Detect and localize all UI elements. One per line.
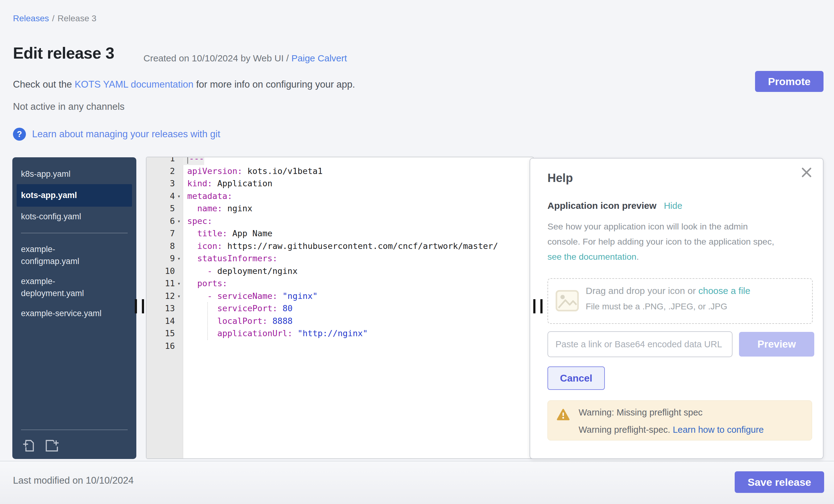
pane-resize-handle-left[interactable]	[135, 299, 144, 313]
learn-configure-link[interactable]: Learn how to configure	[673, 425, 764, 435]
file-name: kots-app.yaml	[21, 190, 111, 201]
code-token: name:	[197, 203, 222, 213]
last-modified-text: Last modified on 10/10/2024	[13, 475, 134, 486]
git-releases-link[interactable]: Learn about managing your releases with …	[32, 129, 220, 140]
editor-line-11: 11▾ ports:	[147, 277, 533, 290]
line-number-text: 7	[170, 227, 175, 240]
editor-line-1: 1---	[147, 157, 533, 165]
save-release-button[interactable]: Save release	[735, 471, 824, 493]
fold-toggle-icon[interactable]: ▾	[175, 190, 183, 203]
kots-doc-line: Check out the KOTS YAML documentation fo…	[13, 79, 355, 90]
icon-url-input[interactable]	[547, 331, 732, 357]
code-line-content	[183, 340, 187, 353]
doc-line-prefix: Check out the	[13, 79, 75, 90]
code-line-content: applicationUrl: "http://nginx"	[183, 327, 368, 340]
file-tree-item-kots-app.yaml[interactable]: kots-app.yaml	[17, 184, 132, 207]
line-number: 1	[147, 157, 183, 165]
file-tree-divider	[21, 233, 128, 233]
author-link[interactable]: Paige Calvert	[291, 53, 347, 63]
code-token: nginx	[222, 203, 253, 213]
file-tree-item-k8s-app.yaml[interactable]: k8s-app.yaml	[17, 164, 132, 184]
yaml-code-editor[interactable]: 1---2apiVersion: kots.io/v1beta13kind: A…	[146, 157, 534, 459]
file-name: example-deployment.yaml	[21, 276, 111, 300]
code-line-content: - serviceName: "nginx"	[183, 290, 318, 303]
code-line-content: icon: https://raw.githubusercontent.com/…	[183, 240, 498, 253]
code-line-content: localPort: 8888	[183, 315, 292, 328]
line-number-text: 5	[170, 202, 175, 215]
code-token: metadata:	[187, 191, 232, 201]
line-number-text: 4	[170, 190, 175, 203]
icon-dropzone[interactable]: Drag and drop your icon or choose a file…	[547, 278, 813, 324]
line-number: 10	[147, 265, 183, 278]
code-token: apiVersion:	[187, 166, 242, 176]
help-panel: Help Application icon preview Hide See h…	[530, 158, 824, 459]
editor-line-7: 7 title: App Name	[147, 227, 533, 240]
new-file-icon[interactable]	[22, 438, 36, 452]
breadcrumb-current: Release 3	[58, 14, 96, 23]
cancel-button[interactable]: Cancel	[547, 367, 605, 390]
kots-yaml-doc-link[interactable]: KOTS YAML documentation	[75, 79, 193, 90]
line-number-text: 9	[170, 252, 175, 265]
code-token: 8888	[267, 316, 292, 326]
code-token: kind:	[187, 179, 212, 188]
hide-link[interactable]: Hide	[664, 201, 682, 211]
code-token	[187, 291, 207, 301]
line-number: 8	[147, 240, 183, 253]
close-icon[interactable]	[801, 167, 812, 179]
preview-button[interactable]: Preview	[739, 332, 814, 356]
editor-line-14: 14 localPort: 8888	[147, 315, 533, 328]
tree-actions-divider	[21, 430, 128, 430]
description-line-2: console. For help adding your icon to th…	[547, 237, 774, 246]
editor-line-8: 8 icon: https://raw.githubusercontent.co…	[147, 240, 533, 253]
line-number: 2	[147, 165, 183, 178]
fold-toggle-icon[interactable]: ▾	[175, 277, 183, 290]
code-token: icon:	[197, 241, 222, 251]
code-token: 80	[278, 304, 293, 313]
pane-resize-handle-right[interactable]	[533, 299, 543, 313]
edit-release-page: { "breadcrumb": {"releases_link": "Relea…	[0, 0, 834, 504]
new-folder-icon[interactable]	[44, 438, 59, 452]
code-token	[187, 203, 197, 213]
promote-button[interactable]: Promote	[755, 71, 824, 92]
code-token: title:	[197, 228, 227, 238]
file-tree-item-kots-config.yaml[interactable]: kots-config.yaml	[17, 207, 132, 227]
dropzone-text: Drag and drop your icon or choose a file	[586, 286, 750, 296]
choose-file-link[interactable]: choose a file	[698, 286, 750, 296]
text-cursor	[187, 157, 188, 164]
line-number: 3	[147, 177, 183, 190]
editor-line-12: 12▾ - serviceName: "nginx"	[147, 290, 533, 303]
breadcrumb-releases-link[interactable]: Releases	[13, 14, 49, 23]
line-number-text: 13	[165, 302, 175, 315]
line-number-text: 16	[165, 340, 175, 353]
icon-preview-title: Application icon preview	[547, 200, 656, 211]
fold-toggle-icon[interactable]: ▾	[175, 252, 183, 265]
code-token: ports:	[197, 279, 227, 288]
see-documentation-link[interactable]: see the documentation	[547, 252, 636, 262]
channel-status: Not active in any channels	[13, 101, 125, 112]
fold-toggle-icon[interactable]: ▾	[175, 290, 183, 303]
description-period: .	[636, 252, 639, 262]
help-panel-title: Help	[547, 172, 573, 185]
editor-line-6: 6▾spec:	[147, 215, 533, 228]
code-line-content: apiVersion: kots.io/v1beta1	[183, 165, 323, 178]
code-line-content: statusInformers:	[183, 252, 278, 265]
code-token	[187, 279, 197, 288]
git-help-row: ? Learn about managing your releases wit…	[13, 128, 220, 141]
editor-line-2: 2apiVersion: kots.io/v1beta1	[147, 165, 533, 178]
editor-line-3: 3kind: Application	[147, 177, 533, 190]
code-token: -	[207, 266, 217, 276]
line-number: 9▾	[147, 252, 183, 265]
file-name: kots-config.yaml	[21, 211, 111, 223]
code-token	[187, 266, 207, 276]
file-tree-item-example-service.yaml[interactable]: example-service.yaml	[17, 304, 132, 324]
line-number: 13	[147, 302, 183, 315]
file-tree-item-example-configmap.yaml[interactable]: example-configmap.yaml	[17, 239, 132, 271]
file-tree-item-example-deployment.yaml[interactable]: example-deployment.yaml	[17, 271, 132, 304]
fold-toggle-icon[interactable]: ▾	[175, 215, 183, 228]
file-name: example-configmap.yaml	[21, 243, 111, 267]
dropzone-hint: File must be a .PNG, .JPEG, or .JPG	[586, 302, 727, 311]
line-number-text: 12	[165, 290, 175, 303]
line-number-text: 2	[170, 165, 175, 178]
line-number: 6▾	[147, 215, 183, 228]
code-token: kots.io/v1beta1	[242, 166, 323, 176]
